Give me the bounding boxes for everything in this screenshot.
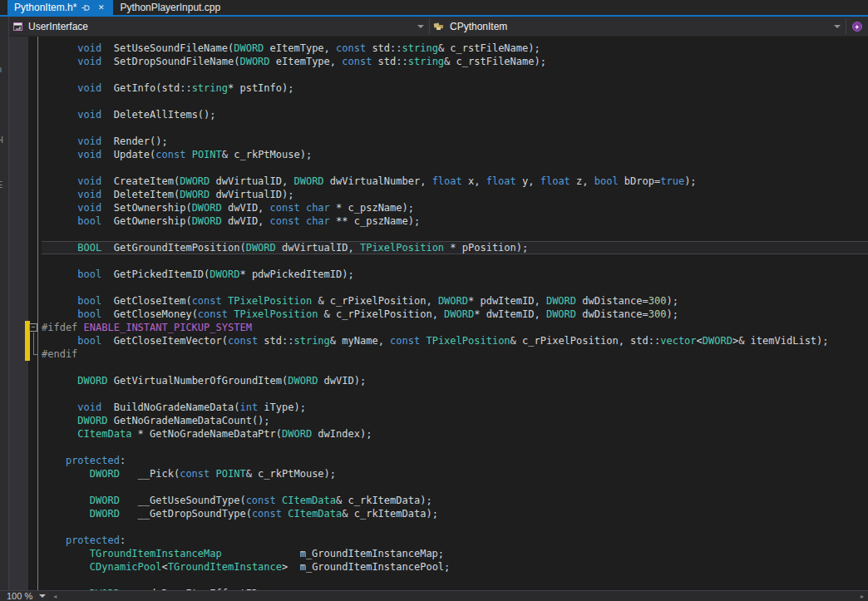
editor-bottom-bar: 100 % ◂ ▸ <box>0 590 868 601</box>
code-line[interactable] <box>42 228 868 241</box>
vertical-tab-text-fragment: E <box>0 180 2 190</box>
code-line[interactable]: DWORD GetVirtualNumberOfGroundItem(DWORD… <box>42 374 868 387</box>
code-pane[interactable]: void SetUseSoundFileName(DWORD eItemType… <box>37 37 868 590</box>
code-line[interactable]: DWORD __GetUseSoundType(const CItemData&… <box>42 494 868 507</box>
zoom-level-label: 100 % <box>7 591 32 601</box>
member-dropdown-label: CPythonItem <box>450 21 829 32</box>
code-line[interactable]: bool GetOwnership(DWORD dwVID, const cha… <box>42 214 868 228</box>
close-icon[interactable]: ✕ <box>96 2 106 13</box>
member-dropdown[interactable]: CPythonItem <box>430 17 846 36</box>
scope-dropdown-label: UserInterface <box>28 21 412 32</box>
code-line[interactable] <box>42 254 868 268</box>
code-line[interactable] <box>42 361 868 374</box>
code-line[interactable] <box>42 68 868 81</box>
vs-editor-window: PythonItem.h* ✕ PythonPlayerInput.cpp <box>0 0 868 601</box>
collapse-toggle-icon[interactable]: − <box>29 323 37 332</box>
code-lines: void SetUseSoundFileName(DWORD eItemType… <box>38 37 868 590</box>
vertical-tab-text-fragment: H <box>0 135 3 145</box>
code-line[interactable]: void SetDropSoundFileName(DWORD eItemTyp… <box>42 55 868 68</box>
tabstrip-corner <box>0 0 7 15</box>
code-line-current[interactable]: BOOL GetGroundItemPosition(DWORD dwVirtu… <box>42 241 868 254</box>
code-line[interactable]: #endif <box>42 347 868 361</box>
code-line[interactable]: void DeleteItem(DWORD dwVirtualID); <box>42 188 868 201</box>
code-line[interactable]: void DeleteAllItems(); <box>42 108 868 121</box>
scrollbar-track[interactable] <box>61 591 856 601</box>
code-line[interactable]: DWORD GetNoGradeNameDataCount(); <box>42 414 868 427</box>
code-line[interactable]: void GetInfo(std::string* pstInfo); <box>42 81 868 95</box>
code-line[interactable] <box>42 281 868 294</box>
tab-label: PythonItem.h* <box>14 2 76 13</box>
chevron-down-icon <box>417 25 424 28</box>
horizontal-scrollbar[interactable]: ◂ ▸ <box>49 591 868 601</box>
code-line[interactable]: DWORD m_dwDropItemEffectID; <box>42 587 868 590</box>
zoom-control[interactable]: 100 % <box>0 591 49 601</box>
indicator-margin <box>9 37 28 590</box>
collapsed-panel-strip-top <box>0 17 9 37</box>
code-line[interactable]: TGroundItemInstanceMap m_GroundItemInsta… <box>42 547 868 560</box>
document-tab-strip: PythonItem.h* ✕ PythonPlayerInput.cpp <box>0 0 868 15</box>
class-icon <box>433 22 445 32</box>
navigation-bar: UserInterface CPythonItem <box>9 17 868 37</box>
code-line[interactable]: void SetUseSoundFileName(DWORD eItemType… <box>42 42 868 55</box>
code-line[interactable] <box>42 161 868 175</box>
scroll-right-icon[interactable]: ▸ <box>856 591 868 601</box>
code-line[interactable]: CItemData * GetNoGradeNameDataPtr(DWORD … <box>42 427 868 441</box>
code-line[interactable]: CDynamicPool<TGroundItemInstance> m_Grou… <box>42 560 868 574</box>
code-line[interactable]: void BuildNoGradeNameData(int iType); <box>42 401 868 414</box>
tab-pythonplayerinput-cpp[interactable]: PythonPlayerInput.cpp <box>113 0 227 15</box>
outline-guide-line <box>33 333 34 354</box>
namespace-window-icon <box>12 22 23 32</box>
code-line[interactable] <box>42 95 868 108</box>
code-line[interactable]: bool GetCloseMoney(const TPixelPosition … <box>42 308 868 321</box>
code-line[interactable] <box>42 441 868 454</box>
navigate-method-icon[interactable] <box>846 17 868 36</box>
code-line[interactable]: void CreateItem(DWORD dwVirtualID, DWORD… <box>42 175 868 188</box>
scope-dropdown[interactable]: UserInterface <box>9 17 429 36</box>
chevron-down-icon <box>834 25 841 28</box>
code-line[interactable] <box>42 387 868 401</box>
code-line[interactable] <box>42 520 868 534</box>
code-line[interactable]: void SetOwnership(DWORD dwVID, const cha… <box>42 201 868 214</box>
code-line[interactable] <box>42 121 868 135</box>
tab-label: PythonPlayerInput.cpp <box>120 2 220 13</box>
code-line[interactable]: bool GetCloseItemVector(const std::strin… <box>42 334 868 347</box>
code-line[interactable]: void Update(const POINT& c_rkPtMouse); <box>42 148 868 161</box>
pin-icon[interactable] <box>81 2 91 13</box>
code-line[interactable] <box>42 480 868 494</box>
code-line[interactable]: bool GetPickedItemID(DWORD* pdwPickedIte… <box>42 268 868 281</box>
chevron-down-icon <box>39 594 46 598</box>
code-line[interactable]: DWORD __GetDropSoundType(const CItemData… <box>42 507 868 520</box>
outline-guide-foot <box>33 354 38 355</box>
code-line[interactable]: bool GetCloseItem(const TPixelPosition &… <box>42 294 868 308</box>
code-line[interactable] <box>42 574 868 587</box>
code-editor: n H E void SetUseSoundFileName(DWORD eIt… <box>0 37 868 590</box>
scroll-left-icon[interactable]: ◂ <box>49 591 61 601</box>
navigation-row: UserInterface CPythonItem <box>0 17 868 37</box>
code-line[interactable]: void Render(); <box>42 135 868 148</box>
code-line[interactable]: protected: <box>42 534 868 547</box>
code-line[interactable]: DWORD __Pick(const POINT& c_rkPtMouse); <box>42 467 868 480</box>
outlining-margin <box>28 37 37 590</box>
collapsed-panel-strip[interactable]: n H E <box>0 37 9 590</box>
code-line[interactable]: #ifdef ENABLE_INSTANT_PICKUP_SYSTEM <box>42 321 868 334</box>
vertical-tab-text-fragment: n <box>0 64 2 74</box>
tab-pythonitem-h[interactable]: PythonItem.h* ✕ <box>7 0 113 15</box>
code-line[interactable]: protected: <box>42 454 868 467</box>
